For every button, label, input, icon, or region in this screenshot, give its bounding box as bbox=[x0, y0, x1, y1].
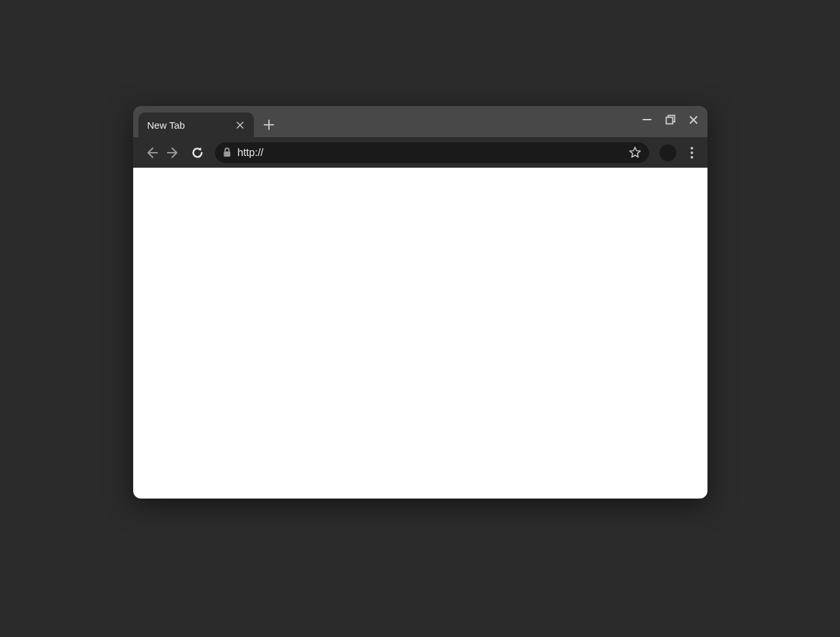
new-tab-button[interactable] bbox=[259, 115, 279, 135]
more-vertical-icon bbox=[691, 147, 693, 159]
toolbar bbox=[133, 137, 707, 168]
star-icon bbox=[629, 146, 641, 159]
profile-button[interactable] bbox=[659, 144, 676, 161]
svg-point-5 bbox=[691, 156, 693, 159]
svg-point-3 bbox=[691, 147, 693, 150]
url-input[interactable] bbox=[238, 147, 622, 159]
forward-button[interactable] bbox=[166, 144, 183, 161]
svg-rect-1 bbox=[666, 118, 672, 124]
close-window-button[interactable] bbox=[688, 114, 700, 125]
reload-button[interactable] bbox=[189, 144, 206, 161]
minimize-button[interactable] bbox=[641, 114, 653, 125]
site-security-button[interactable] bbox=[223, 148, 231, 157]
lock-icon bbox=[223, 148, 231, 157]
menu-button[interactable] bbox=[685, 144, 698, 161]
page-content bbox=[133, 168, 707, 499]
address-bar[interactable] bbox=[215, 142, 649, 163]
browser-tab[interactable]: New Tab bbox=[138, 112, 254, 137]
tab-title: New Tab bbox=[147, 120, 185, 131]
minimize-icon bbox=[643, 115, 652, 124]
svg-point-4 bbox=[691, 151, 693, 154]
arrow-right-icon bbox=[167, 146, 181, 160]
bookmark-button[interactable] bbox=[629, 146, 641, 159]
back-button[interactable] bbox=[142, 144, 159, 161]
arrow-left-icon bbox=[144, 146, 158, 160]
close-icon bbox=[236, 122, 244, 129]
plus-icon bbox=[264, 120, 274, 130]
window-controls bbox=[641, 114, 700, 125]
maximize-icon bbox=[665, 114, 676, 125]
svg-rect-2 bbox=[223, 151, 230, 157]
browser-window: New Tab bbox=[133, 106, 707, 499]
close-tab-button[interactable] bbox=[235, 119, 246, 131]
maximize-button[interactable] bbox=[665, 114, 676, 125]
reload-icon bbox=[191, 146, 204, 159]
tab-strip: New Tab bbox=[133, 106, 707, 137]
close-icon bbox=[689, 116, 698, 124]
